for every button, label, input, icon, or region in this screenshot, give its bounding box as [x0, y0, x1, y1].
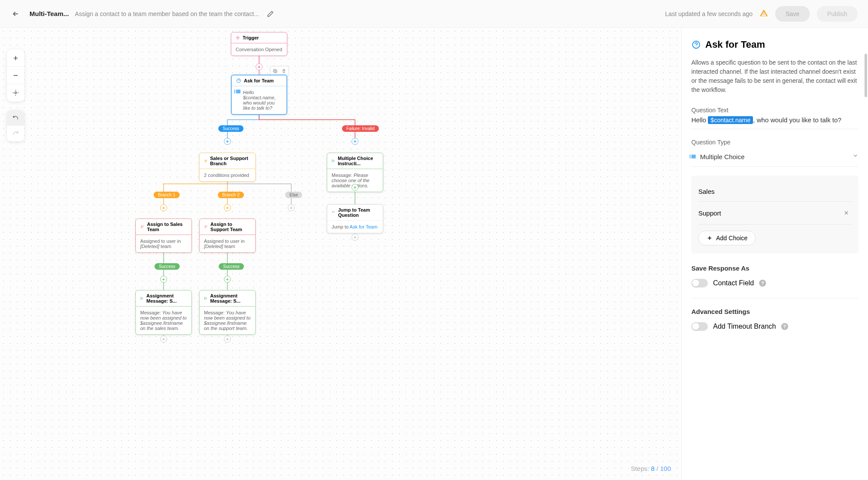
list-icon	[691, 155, 696, 158]
node-trigger[interactable]: Trigger Conversation Opened	[231, 32, 287, 56]
delete-node-icon[interactable]	[280, 67, 288, 75]
history-toolbar	[7, 110, 24, 141]
timeout-branch-toggle[interactable]	[691, 322, 708, 331]
connection-lines	[0, 28, 681, 480]
add-node-button[interactable]: +	[224, 204, 231, 211]
pill-success: Success	[155, 263, 180, 270]
pill-success: Success	[218, 125, 243, 132]
help-icon[interactable]: ?	[781, 323, 788, 330]
node-jump-to-team-question[interactable]: Jump to Team Question Jump to Ask for Te…	[327, 204, 383, 233]
node-assign-to-sales-team[interactable]: Assign to Sales Team Assigned to user in…	[135, 219, 192, 253]
canvas[interactable]: Steps: 8 / 100	[0, 28, 681, 480]
redo-button[interactable]	[7, 126, 24, 141]
remove-choice-icon[interactable]	[841, 208, 852, 218]
chevron-down-icon	[852, 153, 858, 160]
workflow-subtitle: Assign a contact to a team member based …	[75, 10, 259, 17]
back-button[interactable]	[10, 9, 21, 19]
save-button[interactable]: Save	[775, 6, 810, 22]
copy-node-icon[interactable]	[271, 67, 279, 75]
contact-field-toggle[interactable]	[691, 279, 708, 287]
node-assignment-message-support[interactable]: Assignment Message: S... Message: You ha…	[199, 290, 256, 335]
svg-point-7	[141, 225, 142, 226]
contact-field-label: Contact Field	[713, 279, 754, 287]
question-type-select[interactable]: Multiple Choice	[691, 148, 858, 167]
question-type-label: Question Type	[691, 139, 858, 146]
node-ask-for-team[interactable]: Ask for Team Hello $contact.name, who wo…	[231, 75, 287, 115]
help-icon[interactable]: ?	[759, 280, 766, 287]
choice-item[interactable]: Sales	[698, 182, 852, 202]
divider	[691, 298, 858, 298]
svg-point-0	[15, 92, 16, 94]
svg-point-4	[204, 160, 205, 160]
zoom-out-button[interactable]	[7, 67, 24, 84]
question-icon	[691, 40, 701, 49]
svg-rect-1	[274, 70, 277, 73]
scrollbar[interactable]	[865, 54, 867, 97]
question-text-input[interactable]: Hello $contact.name, who would you like …	[691, 116, 858, 129]
svg-point-5	[206, 160, 207, 160]
fit-view-button[interactable]	[7, 84, 24, 101]
choice-item[interactable]: Support	[698, 202, 852, 225]
svg-rect-2	[273, 69, 276, 72]
pill-else: Else	[285, 192, 302, 198]
pill-success: Success	[219, 263, 244, 270]
publish-button[interactable]: Publish	[817, 6, 858, 22]
node-sales-or-support-branch[interactable]: Sales or Support Branch 2 conditions pro…	[199, 153, 256, 182]
workflow-title: Multi-Team...	[30, 10, 69, 17]
add-node-button[interactable]: +	[352, 138, 358, 145]
properties-sidebar: Ask for Team Allows a specific question …	[681, 28, 868, 480]
question-text-label: Question Text	[691, 107, 858, 114]
add-node-button[interactable]: +	[160, 204, 167, 211]
add-node-button[interactable]: +	[160, 336, 167, 343]
undo-button[interactable]	[7, 110, 24, 126]
add-node-button[interactable]: +	[224, 138, 231, 145]
add-node-button[interactable]: +	[224, 336, 231, 343]
sidebar-description: Allows a specific question to be sent to…	[691, 58, 858, 95]
pill-branch-2: Branch 2	[218, 192, 244, 198]
add-node-button[interactable]: +	[160, 276, 167, 283]
svg-point-6	[205, 161, 206, 162]
list-icon	[236, 90, 240, 93]
variable-chip[interactable]: $contact.name	[708, 116, 753, 124]
svg-point-8	[205, 225, 206, 226]
pill-branch-1: Branch 1	[154, 192, 180, 198]
node-assignment-message-sales[interactable]: Assignment Message: S... Message: You ha…	[135, 290, 192, 335]
last-updated: Last updated a few seconds ago	[665, 10, 753, 17]
zoom-toolbar	[7, 49, 24, 101]
add-node-button[interactable]: +	[288, 204, 295, 211]
header: Multi-Team... Assign a contact to a team…	[0, 0, 868, 28]
add-node-button[interactable]: +	[224, 276, 231, 283]
save-response-as-label: Save Response As	[691, 264, 858, 272]
add-node-button[interactable]: +	[256, 63, 263, 70]
add-choice-button[interactable]: Add Choice	[698, 231, 756, 245]
sidebar-title: Ask for Team	[705, 39, 765, 50]
pill-failure: Failure: Invalid	[342, 125, 379, 132]
advanced-settings-label: Advanced Settings	[691, 308, 858, 315]
edit-title-icon[interactable]	[267, 10, 274, 17]
warning-icon[interactable]	[760, 9, 768, 19]
add-node-button[interactable]: +	[352, 184, 358, 191]
zoom-in-button[interactable]	[7, 49, 24, 67]
node-assign-to-support-team[interactable]: Assign to Support Team Assigned to user …	[199, 219, 256, 253]
add-node-button[interactable]: +	[352, 234, 358, 241]
timeout-branch-label: Add Timeout Branch	[713, 323, 776, 330]
choices-list: Sales Support Add Choice	[691, 176, 858, 253]
